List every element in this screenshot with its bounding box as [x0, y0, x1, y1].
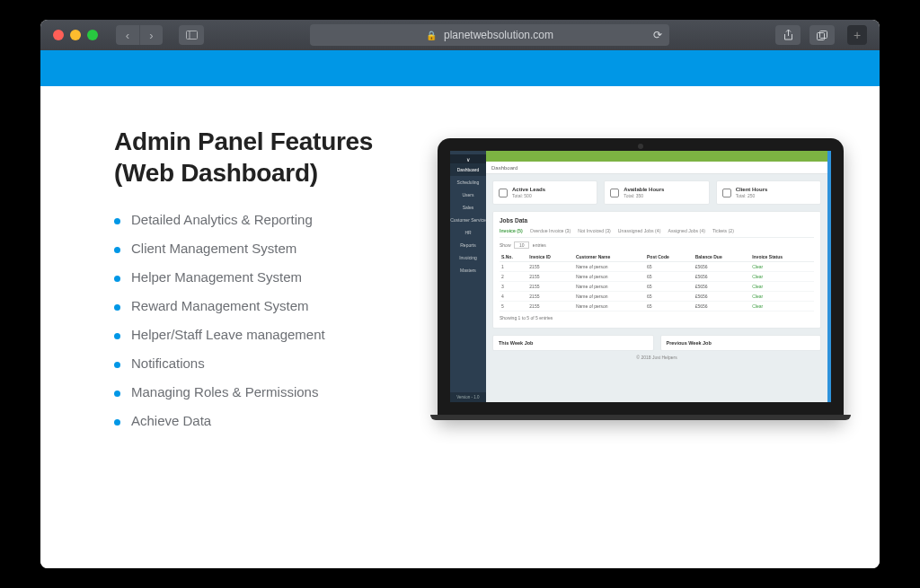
- sidebar-toggle-button[interactable]: [179, 25, 204, 45]
- stat-label: Client Hours: [736, 187, 768, 193]
- table-header[interactable]: Invoice Status: [750, 252, 814, 262]
- feature-item: Client Management System: [114, 241, 420, 256]
- week-panels: This Week Job Previous Week Job: [492, 335, 821, 351]
- entries-selector: Show 10 entries: [500, 241, 814, 249]
- table-row[interactable]: 12155Name of person65£5656Clear: [500, 262, 814, 272]
- table-row[interactable]: 22155Name of person65£5656Clear: [500, 272, 814, 282]
- show-label: Show: [500, 242, 511, 248]
- close-window-button[interactable]: [53, 30, 64, 40]
- sidebar-item[interactable]: Users: [450, 189, 486, 201]
- this-week-panel: This Week Job: [492, 335, 654, 351]
- jobs-tab[interactable]: Assigned Jobs (4): [668, 228, 705, 233]
- toolbar-right: [775, 25, 835, 45]
- minimize-window-button[interactable]: [70, 30, 81, 40]
- window-controls: [53, 30, 98, 40]
- dashboard-main: Dashboard Active LeadsTotal: 500Availabl…: [486, 151, 827, 402]
- stat-icon: [499, 189, 508, 197]
- sidebar-item[interactable]: Invoicing: [450, 251, 486, 264]
- svg-rect-0: [186, 31, 197, 39]
- feature-item: Achieve Data: [114, 413, 420, 428]
- jobs-tab[interactable]: Not Invoiced (3): [578, 228, 611, 233]
- address-bar[interactable]: 🔒 planetwebsolution.com ⟳: [310, 24, 669, 46]
- table-row[interactable]: 42155Name of person65£5656Clear: [500, 292, 814, 302]
- dashboard-screenshot: ∨ DashboardSchedulingUsersSalesCustomer …: [450, 151, 831, 402]
- maximize-window-button[interactable]: [87, 30, 98, 40]
- table-cell: Name of person: [574, 272, 645, 282]
- entries-select[interactable]: 10: [514, 241, 530, 249]
- sidebar-item[interactable]: Sales: [450, 201, 486, 214]
- feature-item: Managing Roles & Permissions: [114, 384, 420, 399]
- table-row[interactable]: 32155Name of person65£5656Clear: [500, 282, 814, 292]
- jobs-title: Jobs Data: [500, 217, 814, 224]
- jobs-table: S.No.Invoice IDCustomer NamePost CodeBal…: [500, 252, 814, 312]
- table-cell: Clear: [750, 302, 814, 312]
- new-tab-button[interactable]: +: [847, 25, 867, 45]
- scrollbar-vertical[interactable]: [827, 151, 831, 402]
- tabs-icon: [817, 31, 827, 40]
- table-cell: 2: [500, 272, 527, 282]
- table-cell: 65: [645, 262, 694, 272]
- table-cell: 5: [500, 302, 527, 312]
- sidebar-item[interactable]: HR: [450, 226, 486, 239]
- table-cell: £5656: [694, 282, 751, 292]
- table-header[interactable]: S.No.: [500, 252, 527, 262]
- stat-icon: [722, 189, 731, 197]
- back-button[interactable]: ‹: [116, 25, 139, 45]
- table-header[interactable]: Post Code: [645, 252, 694, 262]
- reload-button[interactable]: ⟳: [653, 29, 662, 41]
- table-cell: Name of person: [574, 302, 645, 312]
- tabs-button[interactable]: [809, 25, 835, 45]
- prev-week-panel: Previous Week Job: [660, 335, 822, 351]
- feature-item: Detailed Analytics & Reporting: [114, 212, 420, 227]
- breadcrumb: Dashboard: [486, 162, 827, 174]
- browser-window: ‹ › 🔒 planetwebsolution.com ⟳ + Admin Pa: [40, 20, 880, 568]
- jobs-tab[interactable]: Unassigned Jobs (4): [618, 228, 661, 233]
- share-button[interactable]: [775, 25, 801, 45]
- table-cell: Clear: [750, 282, 814, 292]
- lock-icon: 🔒: [426, 31, 437, 40]
- hero-band: [40, 50, 880, 86]
- sidebar-item[interactable]: Customer Service: [450, 214, 486, 226]
- table-cell: 65: [645, 282, 694, 292]
- table-cell: Clear: [750, 292, 814, 302]
- page-content: Admin Panel Features (Web Dashboard) Det…: [40, 50, 880, 568]
- nav-buttons: ‹ ›: [116, 25, 163, 45]
- table-cell: £5656: [694, 292, 751, 302]
- jobs-tab[interactable]: Invoice (5): [500, 228, 523, 233]
- browser-toolbar: ‹ › 🔒 planetwebsolution.com ⟳ +: [40, 20, 880, 50]
- table-header[interactable]: Invoice ID: [527, 252, 574, 262]
- feature-item: Reward Management System: [114, 298, 420, 313]
- features-list: Detailed Analytics & ReportingClient Man…: [114, 212, 420, 428]
- sidebar-item[interactable]: Dashboard: [450, 163, 486, 176]
- table-row[interactable]: 52155Name of person65£5656Clear: [500, 302, 814, 312]
- table-cell: Clear: [750, 262, 814, 272]
- stats-row: Active LeadsTotal: 500Available HoursTot…: [486, 174, 827, 211]
- forward-button[interactable]: ›: [139, 25, 163, 45]
- stat-sub: Total: 350: [624, 193, 664, 198]
- table-cell: 65: [645, 272, 694, 282]
- dashboard-sidebar: ∨ DashboardSchedulingUsersSalesCustomer …: [450, 151, 486, 402]
- table-cell: 2155: [527, 272, 574, 282]
- stat-label: Active Leads: [512, 187, 545, 193]
- sidebar-collapse[interactable]: ∨: [450, 154, 486, 163]
- table-header[interactable]: Balance Due: [694, 252, 751, 262]
- jobs-tabs: Invoice (5)Overdue Invoice (3)Not Invoic…: [500, 228, 814, 238]
- table-cell: £5656: [694, 262, 751, 272]
- sidebar-item[interactable]: Scheduling: [450, 176, 486, 189]
- dashboard-topbar: [486, 151, 827, 162]
- laptop-column: ∨ DashboardSchedulingUsersSalesCustomer …: [438, 126, 844, 442]
- content-row: Admin Panel Features (Web Dashboard) Det…: [40, 86, 880, 442]
- table-header[interactable]: Customer Name: [574, 252, 645, 262]
- jobs-tab[interactable]: Tickets (2): [712, 228, 734, 233]
- feature-item: Helper/Staff Leave management: [114, 327, 420, 342]
- sidebar-item[interactable]: Reports: [450, 239, 486, 251]
- svg-rect-2: [818, 32, 825, 39]
- table-cell: 3: [500, 282, 527, 292]
- sidebar-item[interactable]: Masters: [450, 264, 486, 276]
- table-cell: 65: [645, 302, 694, 312]
- table-cell: Clear: [750, 272, 814, 282]
- features-column: Admin Panel Features (Web Dashboard) Det…: [114, 126, 420, 442]
- table-pager: Showing 1 to 5 of 5 entries: [500, 315, 814, 320]
- stat-label: Available Hours: [624, 187, 664, 193]
- jobs-tab[interactable]: Overdue Invoice (3): [530, 228, 571, 233]
